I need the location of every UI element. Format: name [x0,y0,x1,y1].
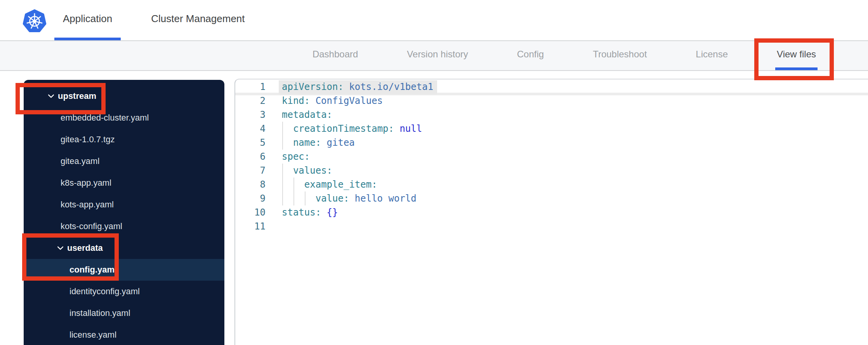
tree-file-installation[interactable]: installation.yaml [24,302,224,324]
line-number: 5 [235,136,266,150]
code-text: value:hello world [282,191,417,205]
kubernetes-logo [23,9,47,33]
nav-item-version-history[interactable]: Version history [405,41,469,70]
app-subnav: Dashboard Version history Config Trouble… [0,40,868,71]
nav-item-troubleshoot[interactable]: Troubleshoot [591,41,648,70]
tree-file-label: installation.yaml [69,308,130,318]
code-line: 1 apiVersion:kots.io/v1beta1 [235,80,868,94]
tree-file-label: identityconfig.yaml [69,286,140,297]
code-line: 5 name:gitea [235,136,868,150]
app-header: Application Cluster Management [0,0,868,40]
tree-folder-upstream[interactable]: upstream [24,85,224,107]
page: { "header": { "tabs": [ { "label": "Appl… [0,0,868,345]
line-number: 3 [235,108,266,122]
tree-file-label: config.yaml [69,265,117,275]
code-text: creationTimestamp:null [282,122,422,136]
tree-file-k8s-app[interactable]: k8s-app.yaml [24,172,224,194]
code-line: 6 spec: [235,150,868,164]
line-number: 4 [235,122,266,136]
nav-item-view-files[interactable]: View files [775,41,818,70]
tree-file-label: embedded-cluster.yaml [61,113,149,123]
code-line: 11 [235,219,868,233]
line-number: 1 [235,80,266,94]
tree-file-identityconfig[interactable]: identityconfig.yaml [24,281,224,302]
tree-file-config-yaml-selected[interactable]: config.yaml [24,259,224,281]
chevron-down-icon [57,245,64,251]
tree-file-license[interactable]: license.yaml [24,324,224,345]
chevron-down-icon [48,93,54,99]
line-number: 11 [235,219,266,233]
tree-file-label: kots-config.yaml [61,221,122,231]
line-number: 8 [235,178,266,191]
code-line: 4 creationTimestamp:null [235,122,868,136]
code-text: example_item: [282,178,377,191]
nav-item-dashboard[interactable]: Dashboard [311,41,359,70]
tree-file-label: license.yaml [69,330,116,340]
primary-tabs: Application Cluster Management [54,0,253,40]
code-text: spec: [282,150,310,164]
nav-item-license[interactable]: License [694,41,729,70]
line-number: 9 [235,191,266,205]
code-line: 10 status:{} [235,205,868,219]
code-text: name:gitea [282,136,355,150]
code-text: status:{} [282,205,338,219]
code-line: 8 example_item: [235,178,868,191]
tree-file-kots-config[interactable]: kots-config.yaml [24,216,224,237]
code-text: metadata: [282,108,332,122]
tree-folder-userdata[interactable]: userdata [24,237,224,259]
line-number: 7 [235,164,266,178]
tree-file-label: k8s-app.yaml [61,178,111,188]
code-line: 3 metadata: [235,108,868,122]
file-tree-sidebar: upstream embedded-cluster.yaml gitea-1.0… [24,80,224,345]
line-number: 10 [235,205,266,219]
tree-file-label: gitea.yaml [61,156,99,166]
file-content-viewer[interactable]: 1 apiVersion:kots.io/v1beta1 2 kind:Conf… [234,79,868,345]
code-text: kind:ConfigValues [282,94,383,108]
code-text: values: [282,164,332,178]
line-number: 6 [235,150,266,164]
tree-file-label: kots-app.yaml [61,200,114,210]
tree-file-label: gitea-1.0.7.tgz [61,135,115,145]
tab-application[interactable]: Application [54,0,121,40]
tab-cluster-management[interactable]: Cluster Management [142,0,253,40]
tree-folder-label: userdata [67,243,103,253]
tree-file-gitea-yaml[interactable]: gitea.yaml [24,150,224,172]
tree-file-gitea-tgz[interactable]: gitea-1.0.7.tgz [24,129,224,150]
line-number: 2 [235,94,266,108]
code-line: 7 values: [235,164,868,178]
tree-file-embedded-cluster[interactable]: embedded-cluster.yaml [24,107,224,129]
code-text: apiVersion:kots.io/v1beta1 [282,80,437,94]
code-line: 2 kind:ConfigValues [235,94,868,108]
tree-folder-label: upstream [58,91,96,101]
tree-file-kots-app[interactable]: kots-app.yaml [24,194,224,216]
code-line: 9 value:hello world [235,191,868,205]
nav-item-config[interactable]: Config [516,41,545,70]
